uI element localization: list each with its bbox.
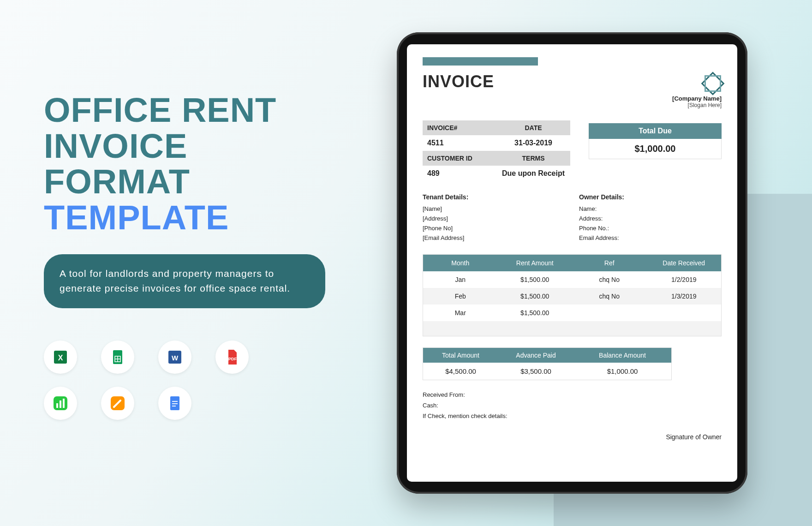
col-month: Month: [423, 255, 498, 271]
blank-row: [423, 321, 721, 336]
value-total-amount: $4,500.00: [423, 363, 498, 380]
company-slogan: [Slogan Here]: [672, 102, 722, 108]
label-total-amount: Total Amount: [423, 348, 498, 363]
title-line-1: OFFICE RENT: [44, 92, 339, 128]
label-advance-paid: Advance Paid: [498, 348, 573, 363]
svg-rect-12: [63, 399, 65, 408]
line-items-table: Month Rent Amount Ref Date Received Jan …: [423, 254, 722, 336]
owner-details: Owner Details: Name: Address: Phone No.:…: [579, 193, 722, 244]
cell-rent: $1,500.00: [498, 305, 573, 321]
tenant-phone: [Phone No]: [423, 225, 565, 232]
value-total-due: $1,000.00: [589, 139, 722, 159]
owner-phone: Phone No.:: [579, 225, 722, 232]
owner-address: Address:: [579, 215, 722, 222]
svg-rect-10: [56, 403, 58, 408]
table-row: Feb $1,500.00 chq No 1/3/2019: [423, 288, 721, 305]
value-advance-paid: $3,500.00: [498, 363, 573, 380]
col-ref: Ref: [572, 255, 647, 271]
description-pill: A tool for landlords and property manage…: [44, 254, 325, 308]
google-sheets-icon[interactable]: [101, 341, 134, 374]
value-terms: Due upon Receipt: [496, 166, 570, 181]
invoice-document: INVOICE [Company Name] [Slogan Here] INV…: [407, 44, 737, 482]
company-logo-icon: [701, 72, 722, 92]
label-date: DATE: [496, 120, 570, 135]
svg-text:W: W: [172, 354, 179, 362]
tenant-title: Tenant Details:: [423, 193, 565, 201]
label-customer-id: CUSTOMER ID: [423, 151, 496, 166]
cell-rent: $1,500.00: [498, 288, 573, 305]
invoice-accent-bar: [423, 57, 538, 66]
owner-email: Email Address:: [579, 234, 722, 241]
received-from-label: Received From:: [423, 391, 722, 398]
company-name: [Company Name]: [672, 95, 722, 102]
tenant-address: [Address]: [423, 215, 565, 222]
label-total-due: Total Due: [589, 123, 722, 139]
left-panel: OFFICE RENT INVOICE FORMAT TEMPLATE A to…: [44, 92, 339, 420]
title-line-2: INVOICE: [44, 128, 339, 164]
cell-month: Feb: [423, 288, 498, 305]
col-rent: Rent Amount: [498, 255, 573, 271]
format-icons: X W PDF: [44, 341, 339, 420]
template-title: OFFICE RENT INVOICE FORMAT TEMPLATE: [44, 92, 339, 236]
svg-rect-11: [60, 400, 61, 408]
value-balance: $1,000.00: [573, 363, 671, 380]
col-date-received: Date Received: [647, 255, 722, 271]
google-docs-icon[interactable]: [158, 387, 191, 420]
cell-date: 1/2/2019: [647, 271, 722, 288]
pdf-icon[interactable]: PDF: [215, 341, 249, 374]
svg-rect-14: [170, 396, 179, 410]
svg-text:X: X: [58, 354, 63, 362]
cell-date: 1/3/2019: [647, 288, 722, 305]
label-terms: TERMS: [496, 151, 570, 166]
cell-date: [647, 305, 722, 321]
cell-month: Jan: [423, 271, 498, 288]
apple-pages-icon[interactable]: [101, 387, 134, 420]
excel-icon[interactable]: X: [44, 341, 77, 374]
totals-table: Total Amount $4,500.00 Advance Paid $3,5…: [423, 347, 672, 380]
tenant-details: Tenant Details: [Name] [Address] [Phone …: [423, 193, 565, 244]
word-icon[interactable]: W: [158, 341, 191, 374]
owner-name: Name:: [579, 205, 722, 212]
value-date: 31-03-2019: [496, 135, 570, 151]
signature-label: Signature of Owner: [423, 433, 722, 441]
table-row: Mar $1,500.00: [423, 305, 721, 321]
value-invoice-no: 4511: [423, 135, 496, 151]
title-line-4: TEMPLATE: [44, 200, 339, 236]
check-note: If Check, mention check details:: [423, 412, 722, 419]
cell-month: Mar: [423, 305, 498, 321]
svg-text:PDF: PDF: [228, 357, 237, 361]
label-balance: Balance Amount: [573, 348, 671, 363]
cell-ref: chq No: [572, 288, 647, 305]
cash-label: Cash:: [423, 402, 722, 409]
cell-ref: [572, 305, 647, 321]
tablet-frame: INVOICE [Company Name] [Slogan Here] INV…: [397, 32, 747, 494]
cell-rent: $1,500.00: [498, 271, 573, 288]
apple-numbers-icon[interactable]: [44, 387, 77, 420]
cell-ref: chq No: [572, 271, 647, 288]
owner-title: Owner Details:: [579, 193, 722, 201]
value-customer-id: 489: [423, 166, 496, 181]
tenant-email: [Email Address]: [423, 234, 565, 241]
title-line-3: FORMAT: [44, 164, 339, 200]
table-row: Jan $1,500.00 chq No 1/2/2019: [423, 271, 721, 288]
invoice-heading: INVOICE: [423, 72, 494, 91]
tenant-name: [Name]: [423, 205, 565, 212]
label-invoice-no: INVOICE#: [423, 120, 496, 135]
